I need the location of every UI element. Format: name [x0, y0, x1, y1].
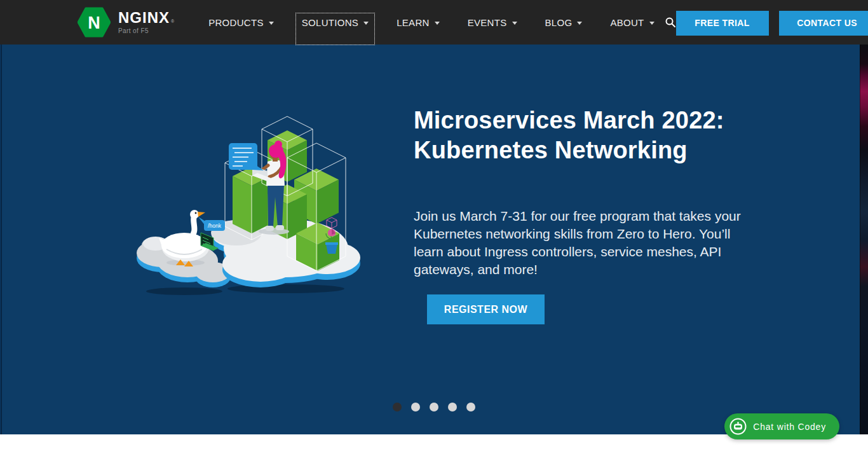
- nav-item-events[interactable]: EVENTS: [454, 0, 531, 45]
- honk-speech-bubble: /honk: [198, 217, 225, 231]
- brand-name: NGINX: [118, 11, 170, 25]
- hero-title-line2: Kubernetes Networking: [414, 135, 744, 165]
- nav-item-solutions[interactable]: SOLUTIONS: [288, 0, 383, 45]
- nav-item-about[interactable]: ABOUT: [596, 0, 668, 45]
- carousel-dot-3[interactable]: [430, 403, 438, 411]
- chat-widget-button[interactable]: Chat with Codey: [724, 413, 839, 439]
- chevron-down-icon: [577, 22, 582, 25]
- brand-tagline: Part of F5: [118, 27, 174, 34]
- chevron-down-icon: [512, 22, 517, 25]
- codey-robot-icon: [729, 418, 747, 435]
- nginx-wordmark: NGINX ® Part of F5: [118, 11, 174, 34]
- nginx-logo[interactable]: N NGINX ® Part of F5: [78, 7, 174, 38]
- chevron-down-icon: [363, 22, 369, 25]
- carousel-prev-slide-edge: [0, 45, 2, 434]
- svg-text:N: N: [88, 13, 100, 32]
- carousel-dot-1[interactable]: [393, 403, 402, 411]
- hero-carousel-slide: /honk: [0, 45, 868, 434]
- code-speech-bubble: [229, 143, 264, 170]
- chat-widget-label: Chat with Codey: [753, 422, 826, 432]
- contact-us-button[interactable]: CONTACT US: [779, 11, 868, 36]
- chevron-down-icon: [649, 22, 654, 25]
- nav-label: BLOG: [545, 17, 573, 28]
- carousel-next-slide-edge: [860, 45, 868, 434]
- chevron-down-icon: [435, 22, 440, 25]
- nav-label: SOLUTIONS: [302, 17, 358, 28]
- hero-content: Microservices March 2022: Kubernetes Net…: [414, 106, 744, 324]
- nginx-hexagon-icon: N: [78, 7, 111, 38]
- hero-description: Join us March 7-31 for our free program …: [414, 207, 742, 279]
- nav-label: ABOUT: [610, 17, 644, 28]
- carousel-dot-5[interactable]: [466, 403, 475, 411]
- carousel-dot-2[interactable]: [411, 403, 420, 411]
- nav-item-blog[interactable]: BLOG: [531, 0, 597, 45]
- free-trial-button[interactable]: FREE TRIAL: [676, 11, 769, 36]
- carousel-dot-4[interactable]: [448, 403, 457, 411]
- nginx-homepage: N NGINX ® Part of F5 PRODUCTS SOLUTIONS …: [0, 0, 868, 463]
- header-actions: FREE TRIAL CONTACT US: [676, 10, 868, 36]
- registered-mark: ®: [171, 18, 174, 25]
- carousel-dots: [0, 403, 868, 411]
- hero-title: Microservices March 2022: Kubernetes Net…: [414, 106, 744, 165]
- register-now-button[interactable]: REGISTER NOW: [427, 294, 545, 324]
- chevron-down-icon: [269, 22, 274, 25]
- hero-title-line1: Microservices March 2022:: [414, 106, 744, 135]
- top-navigation-bar: N NGINX ® Part of F5 PRODUCTS SOLUTIONS …: [0, 0, 868, 45]
- nav-item-learn[interactable]: LEARN: [383, 0, 454, 45]
- nav-label: EVENTS: [468, 17, 507, 28]
- hero-illustration: /honk: [127, 108, 381, 299]
- nav-label: PRODUCTS: [208, 17, 264, 28]
- svg-text:/honk: /honk: [208, 223, 222, 229]
- nav-label: LEARN: [397, 17, 430, 28]
- main-nav: PRODUCTS SOLUTIONS LEARN EVENTS BLOG ABO…: [194, 0, 668, 45]
- nav-item-products[interactable]: PRODUCTS: [194, 0, 288, 45]
